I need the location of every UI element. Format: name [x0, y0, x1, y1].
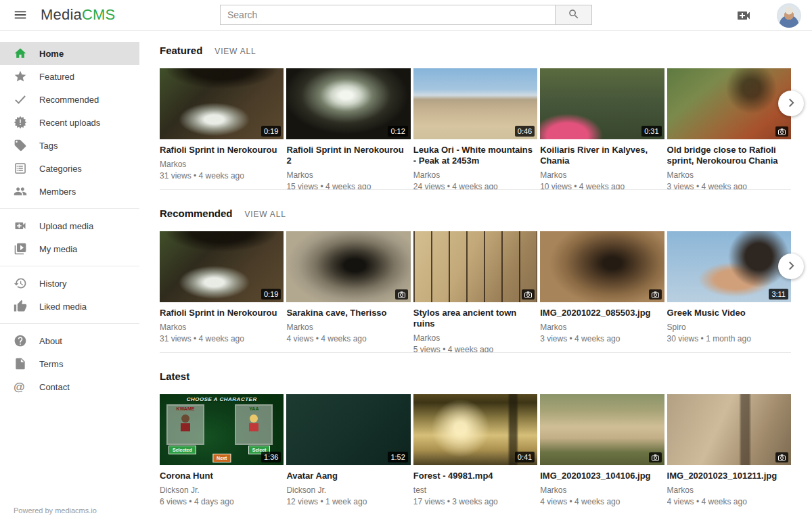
media-card[interactable]: IMG_20201023_104106.jpg Markos 4 views •… — [540, 394, 664, 515]
media-card[interactable]: Old bridge close to Rafioli sprint, Nero… — [667, 68, 791, 189]
media-card[interactable]: Sarakina cave, Therisso Markos 4 views •… — [286, 231, 410, 352]
video-thumbnail[interactable]: 0:12 — [286, 68, 410, 139]
media-card[interactable]: IMG_20201023_101211.jpg Markos 4 views •… — [667, 394, 791, 515]
tag-icon — [14, 139, 30, 152]
media-title[interactable]: Rafioli Sprint in Nerokourou — [160, 145, 284, 156]
sidebar-item-home[interactable]: Home — [0, 42, 139, 65]
image-thumbnail[interactable] — [667, 68, 791, 139]
media-meta: 4 views • 4 weeks ago — [286, 334, 410, 343]
search-button[interactable] — [556, 5, 592, 25]
menu-icon[interactable] — [11, 7, 30, 24]
media-card[interactable]: IMG_20201022_085503.jpg Markos 3 views •… — [540, 231, 664, 352]
people-icon — [14, 185, 30, 198]
media-card[interactable]: 0:46 Leuka Ori - White mountains - Peak … — [413, 68, 537, 189]
search-input[interactable] — [220, 5, 556, 25]
media-title[interactable]: IMG_20201023_104106.jpg — [540, 471, 664, 481]
sidebar-item-liked-media[interactable]: Liked media — [0, 295, 139, 318]
media-author[interactable]: Markos — [540, 170, 664, 180]
media-title[interactable]: IMG_20201023_101211.jpg — [667, 471, 791, 481]
media-author[interactable]: Markos — [667, 485, 791, 495]
sidebar-item-recommended[interactable]: Recommended — [0, 88, 139, 111]
duration-badge: 0:19 — [261, 289, 281, 300]
video-thumbnail[interactable]: 0:41 — [413, 394, 537, 465]
section-featured: Featured VIEW ALL 0:19 Rafioli Sprint in… — [160, 45, 791, 190]
sidebar-item-contact[interactable]: @ Contact — [0, 375, 139, 398]
media-author[interactable]: Markos — [286, 170, 410, 180]
media-card[interactable]: 3:11 Greek Music Video Spiro 30 views • … — [667, 231, 791, 352]
image-thumbnail[interactable] — [286, 231, 410, 302]
media-title[interactable]: Avatar Aang — [286, 471, 410, 481]
media-title[interactable]: Greek Music Video — [667, 308, 791, 318]
media-card[interactable]: 0:41 Forest - 49981.mp4 test 17 views • … — [413, 394, 537, 515]
media-card[interactable]: 1:52 Avatar Aang Dickson Jr. 12 views • … — [286, 394, 410, 515]
upload-media-icon[interactable] — [735, 7, 752, 24]
media-meta: 5 views • 4 weeks ago — [413, 345, 537, 352]
sidebar-item-about[interactable]: About — [0, 329, 139, 352]
sidebar-item-recent-uploads[interactable]: Recent uploads — [0, 111, 139, 134]
app-logo[interactable]: MediaCMS — [41, 6, 115, 24]
image-thumbnail[interactable] — [413, 231, 537, 302]
media-title[interactable]: Corona Hunt — [160, 471, 284, 481]
media-author[interactable]: Markos — [160, 160, 284, 169]
image-thumbnail[interactable] — [667, 394, 791, 465]
video-thumbnail[interactable]: 0:46 — [413, 68, 537, 139]
user-avatar[interactable] — [777, 3, 801, 28]
media-title[interactable]: Rafioli Sprint in Nerokourou — [160, 308, 284, 318]
media-title[interactable]: IMG_20201022_085503.jpg — [540, 308, 664, 318]
media-author[interactable]: test — [413, 485, 537, 495]
media-title[interactable]: Stylos area ancient town ruins — [413, 308, 537, 329]
view-all-link[interactable]: VIEW ALL — [245, 210, 286, 219]
sidebar-item-my-media[interactable]: My media — [0, 237, 139, 260]
media-title[interactable]: Sarakina cave, Therisso — [286, 308, 410, 318]
carousel-next-button[interactable] — [778, 254, 804, 279]
media-card[interactable]: CHOOSE A CHARACTER KWAME YAA Selected Se… — [160, 394, 284, 515]
media-author[interactable]: Markos — [540, 323, 664, 332]
view-all-link[interactable]: VIEW ALL — [215, 47, 256, 56]
section-recommended: Recommended VIEW ALL 0:19 Rafioli Sprint… — [160, 208, 791, 353]
media-title[interactable]: Leuka Ori - White mountains - Peak at 24… — [413, 145, 537, 166]
sidebar-item-history[interactable]: History — [0, 272, 139, 295]
sidebar-item-upload-media[interactable]: Upload media — [0, 214, 139, 237]
sidebar-item-label: History — [39, 279, 66, 289]
media-author[interactable]: Markos — [540, 485, 664, 495]
media-meta: 3 views • 4 weeks ago — [667, 182, 791, 189]
sidebar-item-label: Categories — [39, 164, 82, 174]
media-author[interactable]: Dickson Jr. — [160, 485, 284, 495]
video-thumbnail[interactable]: 0:19 — [160, 68, 284, 139]
video-thumbnail[interactable]: 1:52 — [286, 394, 410, 465]
media-card[interactable]: 0:31 Koiliaris River in Kalyves, Chania … — [540, 68, 664, 189]
image-thumbnail[interactable] — [540, 394, 664, 465]
sidebar-item-featured[interactable]: Featured — [0, 65, 139, 88]
camera-icon — [395, 289, 408, 300]
image-thumbnail[interactable] — [540, 231, 664, 302]
media-card[interactable]: Stylos area ancient town ruins Markos 5 … — [413, 231, 537, 352]
media-title[interactable]: Forest - 49981.mp4 — [413, 471, 537, 481]
carousel-next-button[interactable] — [778, 91, 804, 116]
powered-by-text[interactable]: Powered by mediacms.io — [14, 506, 97, 515]
sidebar-item-categories[interactable]: Categories — [0, 157, 139, 180]
video-thumbnail[interactable]: 3:11 — [667, 231, 791, 302]
media-title[interactable]: Old bridge close to Rafioli sprint, Nero… — [667, 145, 791, 166]
media-author[interactable]: Markos — [667, 170, 791, 180]
media-author[interactable]: Markos — [160, 323, 284, 332]
check-icon — [14, 93, 30, 106]
video-thumbnail[interactable]: CHOOSE A CHARACTER KWAME YAA Selected Se… — [160, 394, 284, 465]
media-author[interactable]: Dickson Jr. — [286, 485, 410, 495]
video-thumbnail[interactable]: 0:19 — [160, 231, 284, 302]
sidebar-item-label: My media — [39, 244, 77, 254]
media-title[interactable]: Rafioli Sprint in Nerokourou 2 — [286, 145, 410, 166]
media-card[interactable]: 0:19 Rafioli Sprint in Nerokourou Markos… — [160, 68, 284, 189]
sidebar-item-tags[interactable]: Tags — [0, 134, 139, 157]
media-author[interactable]: Spiro — [667, 323, 791, 332]
media-card[interactable]: 0:19 Rafioli Sprint in Nerokourou Markos… — [160, 231, 284, 352]
video-thumbnail[interactable]: 0:31 — [540, 68, 664, 139]
media-title[interactable]: Koiliaris River in Kalyves, Chania — [540, 145, 664, 166]
media-card[interactable]: 0:12 Rafioli Sprint in Nerokourou 2 Mark… — [286, 68, 410, 189]
media-author[interactable]: Markos — [413, 170, 537, 180]
sidebar-item-members[interactable]: Members — [0, 180, 139, 203]
media-author[interactable]: Markos — [413, 333, 537, 343]
media-meta: 10 views • 4 weeks ago — [540, 182, 664, 189]
media-author[interactable]: Markos — [286, 323, 410, 332]
search-bar — [220, 5, 592, 25]
sidebar-item-terms[interactable]: Terms — [0, 352, 139, 375]
